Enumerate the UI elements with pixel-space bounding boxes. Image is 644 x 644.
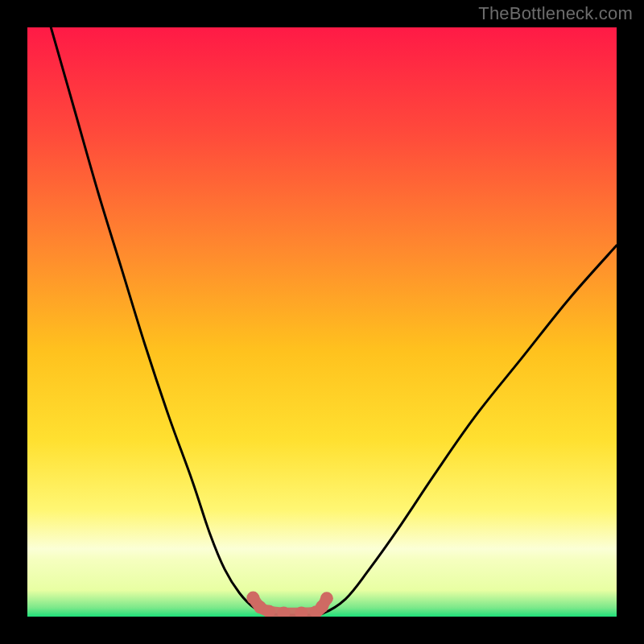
chart-frame: TheBottleneck.com	[0, 0, 644, 644]
watermark-text: TheBottleneck.com	[478, 3, 633, 24]
bottleneck-chart	[27, 27, 617, 617]
gradient-background	[27, 27, 617, 617]
valley-marker-dot	[320, 592, 333, 605]
